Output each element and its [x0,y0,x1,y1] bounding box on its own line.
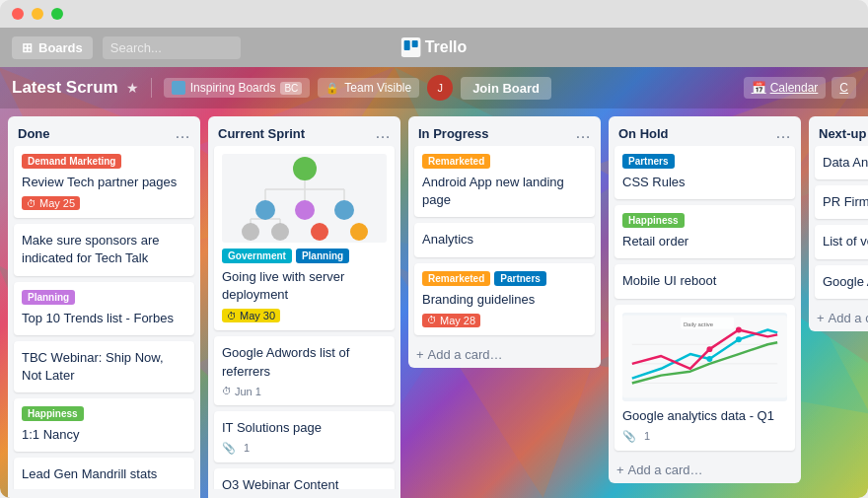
card-ip2[interactable]: Analytics [414,223,595,256]
minimize-button[interactable] [32,8,43,20]
inspiring-boards-pill[interactable]: Inspiring Boards BC [164,78,311,98]
clock-icon: ⏱ [222,386,232,396]
card-title: Top 10 Trends list - Forbes [22,310,186,327]
card-nu4[interactable]: Google Adwords... [815,265,868,299]
card-oh2[interactable]: HappinessRetail order [615,205,795,258]
svg-point-24 [293,157,317,180]
extra-menu-button[interactable]: C [832,77,856,99]
lists-container: Done … Demand MarketingReview Tech partn… [0,108,868,498]
svg-point-26 [295,200,315,220]
svg-point-31 [350,223,368,241]
team-visible-label: Team Visible [344,81,411,95]
card-nu2[interactable]: PR Firm outrea... [815,185,868,219]
card-labels: Happiness [22,406,186,421]
card-meta: ⏱ May 25 [22,196,186,210]
inspiring-boards-badge: BC [280,82,302,95]
card-cs1[interactable]: GovernmentPlanningGoing live with server… [214,146,395,330]
svg-point-30 [311,223,328,241]
card-ip1[interactable]: RemarketedAndroid App new landing page [414,146,595,217]
inspiring-boards-label: Inspiring Boards [190,81,276,95]
card-oh1[interactable]: PartnersCSS Rules [615,146,795,199]
maximize-button[interactable] [51,8,63,20]
card-labels: GovernmentPlanning [222,249,387,263]
card-nu3[interactable]: List of vendors... [815,225,868,258]
list-menu-button-in-progress[interactable]: … [575,124,591,142]
card-title: List of vendors... [823,233,868,250]
clock-icon: ⏱ [227,311,237,321]
search-input[interactable] [103,36,241,59]
attachment-count: 1 [244,442,250,454]
card-title: TBC Webinar: Ship Now, Not Later [22,349,186,385]
list-menu-button-done[interactable]: … [175,124,190,142]
user-avatar: J [427,75,453,101]
card-d4[interactable]: TBC Webinar: Ship Now, Not Later [14,341,194,392]
card-d6[interactable]: Lead Gen Mandrill stats ⏱ May 22 [14,458,194,489]
card-title: Branding guidelines [422,291,587,309]
plus-icon: + [616,462,624,477]
team-visible-pill[interactable]: 🔒 Team Visible [318,78,419,98]
plus-icon: + [416,347,424,362]
svg-point-29 [271,223,289,241]
card-label: Partners [622,154,675,169]
attachment-count: 1 [644,430,650,442]
list-title-current-sprint: Current Sprint [218,126,305,141]
card-oh4[interactable]: Daily active Google analytics data - Q1📎… [615,305,795,451]
card-label: Planning [22,290,75,305]
due-date: ⏱ May 30 [222,309,280,322]
star-icon[interactable]: ★ [126,80,139,96]
calendar-button[interactable]: 📅 Calendar [744,77,827,99]
list-cards-in-progress: RemarketedAndroid App new landing pageAn… [408,146,601,341]
card-d5[interactable]: Happiness1:1 Nancy [14,398,194,452]
card-cs2[interactable]: Google Adwords list of referrers ⏱ Jun 1 [214,336,395,404]
clock-icon: ⏱ [27,198,36,209]
card-title: Google analytics data - Q1 [622,407,787,425]
card-d1[interactable]: Demand MarketingReview Tech partner page… [14,146,194,218]
card-label: Partners [494,271,546,286]
svg-point-25 [255,200,275,220]
svg-rect-1 [404,40,410,50]
card-labels: Remarketed [422,154,587,169]
card-label: Happiness [22,406,84,421]
boards-button[interactable]: ⊞ Boards [12,36,93,59]
list-done: Done … Demand MarketingReview Tech partn… [8,116,200,498]
add-card-button-current-sprint[interactable]: + Add a card… [208,489,400,498]
add-card-button-next-up[interactable]: + Add a card… [809,305,868,331]
card-meta: ⏱ May 30 [222,309,387,322]
card-oh3[interactable]: Mobile UI reboot [615,264,795,298]
card-labels: Demand Marketing [22,154,186,169]
card-title: IT Solutions page [222,419,387,437]
org-chart-image [222,154,387,243]
card-labels: Planning [22,290,186,305]
add-card-button-on-hold[interactable]: + Add a card… [609,457,801,483]
board-area: Latest Scrum ★ Inspiring Boards BC 🔒 Tea… [0,67,868,498]
join-board-button[interactable]: Join Board [461,77,551,100]
card-d3[interactable]: PlanningTop 10 Trends list - Forbes [14,282,194,335]
card-label: Remarketed [422,154,490,169]
due-date: ⏱ May 25 [22,196,80,210]
card-title: Going live with server deployment [222,268,387,304]
card-label: Remarketed [422,271,490,286]
attachment-icon: 📎 [622,430,636,443]
list-in-progress: In Progress … RemarketedAndroid App new … [408,116,601,368]
list-cards-current-sprint: GovernmentPlanningGoing live with server… [208,146,400,489]
card-meta: 📎 1 [622,430,787,443]
grid-icon: ⊞ [22,40,33,55]
card-cs4[interactable]: Q3 Webinar Content Planning [214,468,395,489]
lock-icon: 🔒 [326,82,339,95]
card-title: Google Adwords... [823,273,868,291]
card-ip3[interactable]: RemarketedPartnersBranding guidelines ⏱ … [414,263,595,335]
list-next-up: Next-up … Data Analytics p...PR Firm out… [809,116,868,331]
card-label: Demand Marketing [22,154,121,169]
calendar-icon: 📅 [752,81,766,95]
app-container: ⊞ Boards Trello [0,28,868,498]
card-cs3[interactable]: IT Solutions page📎 1 [214,411,395,462]
list-title-on-hold: On Hold [618,126,669,141]
card-d2[interactable]: Make sure sponsors are indicated for Tec… [14,224,194,275]
close-button[interactable] [12,8,24,20]
add-card-button-done[interactable]: + Add a card… [8,489,200,498]
card-nu1[interactable]: Data Analytics p... [815,146,868,179]
list-menu-button-current-sprint[interactable]: … [375,124,391,142]
add-card-button-in-progress[interactable]: + Add a card… [408,341,601,368]
card-label: Government [222,249,292,263]
list-menu-button-on-hold[interactable]: … [775,124,791,142]
